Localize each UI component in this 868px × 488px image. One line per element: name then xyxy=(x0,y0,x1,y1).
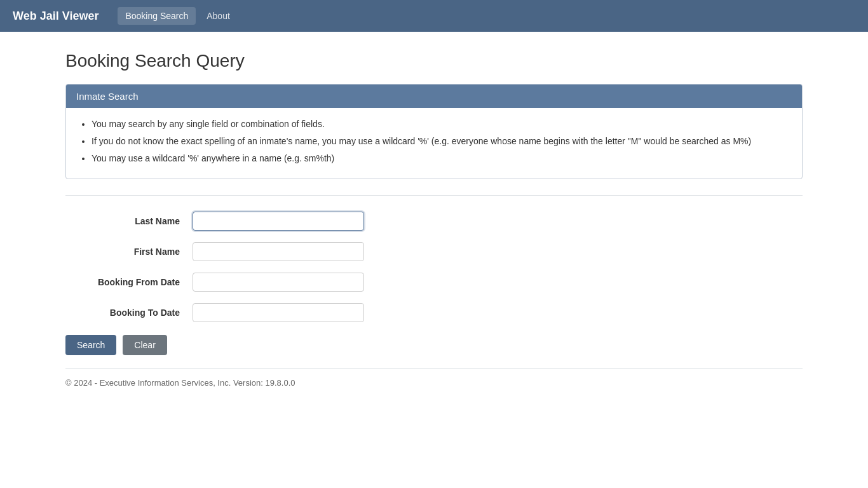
last-name-label: Last Name xyxy=(65,216,193,226)
first-name-input[interactable] xyxy=(193,242,364,261)
first-name-group: First Name xyxy=(65,242,447,261)
booking-from-date-group: Booking From Date xyxy=(65,273,447,292)
search-form: Last Name First Name Booking From Date B… xyxy=(65,212,803,355)
tip-2: If you do not know the exact spelling of… xyxy=(92,135,789,148)
button-row: Search Clear xyxy=(65,335,803,355)
main-container: Booking Search Query Inmate Search You m… xyxy=(53,32,815,407)
booking-from-date-input[interactable] xyxy=(193,273,364,292)
nav-item-about[interactable]: About xyxy=(199,11,238,21)
booking-from-date-label: Booking From Date xyxy=(65,277,193,287)
clear-button[interactable]: Clear xyxy=(123,335,166,355)
inmate-search-box: Inmate Search You may search by any sing… xyxy=(65,84,803,179)
nav-link-booking-search[interactable]: Booking Search xyxy=(118,7,196,25)
navbar-brand[interactable]: Web Jail Viewer xyxy=(13,10,98,23)
footer: © 2024 - Executive Information Services,… xyxy=(65,368,803,388)
tip-3: You may use a wildcard '%' anywhere in a… xyxy=(92,152,789,165)
nav-link-about[interactable]: About xyxy=(199,7,238,25)
last-name-input[interactable] xyxy=(193,212,364,231)
search-button[interactable]: Search xyxy=(65,335,116,355)
form-divider xyxy=(65,195,803,196)
navbar-nav: Booking Search About xyxy=(118,11,237,21)
booking-to-date-input[interactable] xyxy=(193,303,364,322)
tip-1: You may search by any single field or co… xyxy=(92,118,789,131)
last-name-group: Last Name xyxy=(65,212,447,231)
page-title: Booking Search Query xyxy=(65,51,803,71)
booking-to-date-group: Booking To Date xyxy=(65,303,447,322)
nav-item-booking-search[interactable]: Booking Search xyxy=(118,11,196,21)
booking-to-date-label: Booking To Date xyxy=(65,308,193,318)
inmate-search-header: Inmate Search xyxy=(66,85,802,108)
navbar: Web Jail Viewer Booking Search About xyxy=(0,0,868,32)
inmate-search-body: You may search by any single field or co… xyxy=(66,108,802,179)
footer-text: © 2024 - Executive Information Services,… xyxy=(65,378,295,388)
inmate-search-tips: You may search by any single field or co… xyxy=(79,118,789,165)
first-name-label: First Name xyxy=(65,247,193,257)
